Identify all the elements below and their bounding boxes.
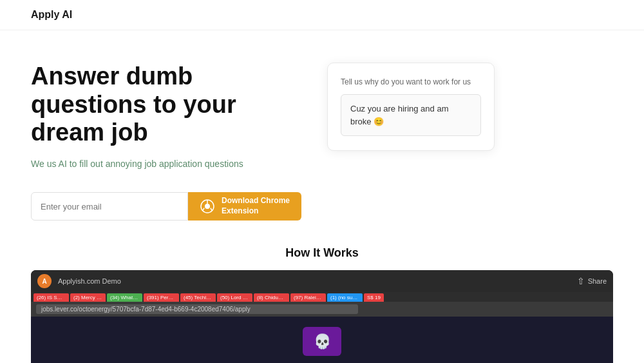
hero-subtitle: We us AI to fill out annoying job applic… <box>31 159 301 169</box>
browser-tab[interactable]: (50) Lord of Souls... <box>217 293 252 302</box>
browser-tab[interactable]: (45) Techlead giv... <box>180 293 216 302</box>
browser-tab[interactable]: (8) Chidume Nia... <box>254 293 289 302</box>
video-container: A Applyish.com Demo ⇧ Share (26) IS SHE … <box>31 270 613 363</box>
video-tab-label: Applyish.com Demo <box>58 277 121 285</box>
svg-line-4 <box>211 208 213 211</box>
browser-tab[interactable]: (2) Mercy Odudo... <box>70 293 106 302</box>
share-icon: ⇧ <box>577 276 585 286</box>
browser-tab[interactable]: (1) (no subject)... <box>327 293 363 302</box>
card-label: Tell us why do you want to work for us <box>341 77 481 86</box>
hero-left: Answer dumb questions to your dream job … <box>31 63 301 221</box>
section-title: How It Works <box>285 246 359 259</box>
share-label: Share <box>588 277 607 285</box>
browser-tab[interactable]: S$ 19 <box>364 293 384 302</box>
video-header: A Applyish.com Demo ⇧ Share <box>31 270 613 292</box>
browser-tab[interactable]: (97) Raleigh Ritchi... <box>290 293 326 302</box>
browser-tabs-row: (26) IS SHE THE... (2) Mercy Odudo... (3… <box>31 292 613 302</box>
browser-tab[interactable]: (391) Percy kills S... <box>144 293 179 302</box>
download-btn-label: Download Chrome Extension <box>222 196 290 216</box>
video-emoji-box: 💀 <box>303 327 341 356</box>
hero-section: Answer dumb questions to your dream job … <box>0 30 644 240</box>
section-title-row: How It Works <box>0 240 644 270</box>
svg-line-3 <box>203 208 205 211</box>
svg-point-1 <box>205 204 210 209</box>
browser-chrome: jobs.lever.co/octoenergy/5707bcfa-7d87-4… <box>31 302 613 317</box>
email-input[interactable] <box>31 192 188 221</box>
cta-row: Download Chrome Extension <box>31 192 301 221</box>
browser-tab[interactable]: (26) IS SHE THE... <box>33 293 69 302</box>
chrome-icon <box>200 199 215 214</box>
hero-card-area: Tell us why do you want to work for us C… <box>327 63 495 151</box>
video-content-area: 💀 No, I do not have full right to work i… <box>31 317 613 363</box>
skull-emoji: 💀 <box>314 333 331 350</box>
hero-title: Answer dumb questions to your dream job <box>31 63 301 147</box>
video-avatar: A <box>37 274 52 288</box>
download-chrome-button[interactable]: Download Chrome Extension <box>188 192 301 221</box>
card-answer: Cuz you are hiring and am broke 😊 <box>341 94 481 136</box>
url-bar[interactable]: jobs.lever.co/octoenergy/5707bcfa-7d87-4… <box>36 304 358 314</box>
share-button[interactable]: ⇧ Share <box>577 276 607 286</box>
logo: Apply AI <box>31 9 72 20</box>
demo-card: Tell us why do you want to work for us C… <box>327 63 495 151</box>
header: Apply AI <box>0 0 644 30</box>
browser-tab[interactable]: (34) WhatsApp <box>107 293 142 302</box>
